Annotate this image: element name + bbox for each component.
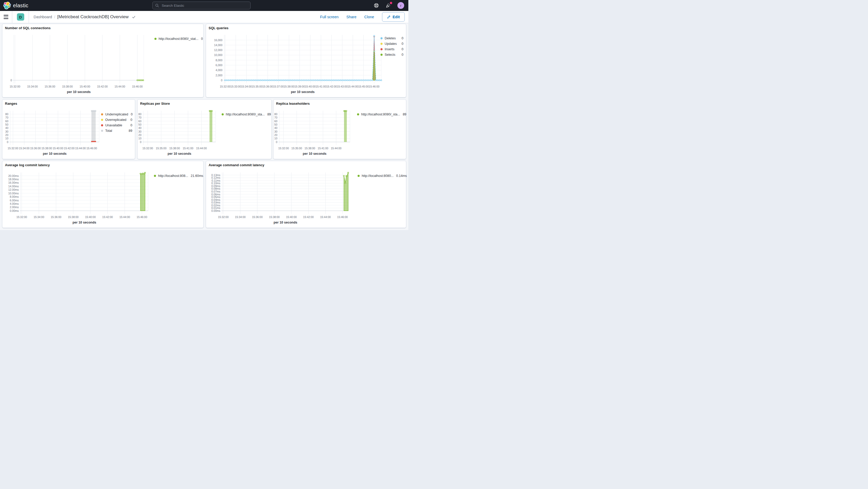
breadcrumb-dashboard-link[interactable]: Dashboard — [34, 15, 52, 19]
legend-value: 0 — [131, 113, 132, 116]
svg-text:0: 0 — [10, 79, 12, 82]
svg-text:14,000: 14,000 — [214, 43, 222, 47]
svg-text:15:38:00: 15:38:00 — [284, 85, 294, 88]
svg-text:15:35:00: 15:35:00 — [291, 147, 302, 150]
svg-text:0: 0 — [7, 141, 8, 144]
toolbar-actions: Full screen Share Clone Edit — [320, 12, 408, 22]
legend-item[interactable]: http://localhost:8080/_sta...89 — [222, 112, 269, 117]
legend-color-dot — [357, 113, 359, 115]
legend-item[interactable]: Unavailable0 — [101, 122, 132, 128]
svg-text:15:37:00: 15:37:00 — [273, 85, 284, 88]
help-icon[interactable] — [373, 3, 379, 8]
legend-color-dot — [380, 54, 382, 56]
svg-text:15:32:00: 15:32:00 — [220, 85, 230, 88]
legend-value: 89 — [267, 113, 271, 116]
svg-text:4,000: 4,000 — [216, 68, 222, 72]
search-input[interactable] — [161, 3, 248, 8]
panel-replicas-per-store: Replicas per Store 15:32:0015:35:0015:38… — [137, 99, 272, 159]
svg-text:0.00ms: 0.00ms — [212, 209, 220, 212]
chart-canvas: 15:32:0015:34:0015:36:0015:38:0015:40:00… — [2, 24, 204, 97]
legend-value: 0 — [402, 48, 403, 51]
svg-text:0.03ms: 0.03ms — [212, 201, 220, 204]
panel-replica-leaseholders: Replica leaseholders 15:32:0015:35:0015:… — [273, 99, 406, 159]
svg-text:50: 50 — [274, 123, 277, 126]
svg-text:15:38:00: 15:38:00 — [41, 147, 52, 150]
svg-text:15:32:00: 15:32:00 — [278, 147, 289, 150]
legend-item[interactable]: Underreplicated0 — [101, 112, 132, 117]
svg-text:15:36:00: 15:36:00 — [44, 85, 55, 88]
svg-text:4.00ms: 4.00ms — [10, 202, 19, 205]
dashboard-toolbar: D Dashboard / [Metricbeat CockroachDB] O… — [0, 11, 408, 23]
svg-text:8,000: 8,000 — [216, 59, 222, 62]
full-screen-button[interactable]: Full screen — [320, 15, 339, 19]
svg-text:15:44:00: 15:44:00 — [196, 147, 207, 150]
user-avatar[interactable]: r — [397, 2, 404, 9]
kibana-dashboard-app: elastic — [0, 0, 408, 230]
svg-text:0.07ms: 0.07ms — [212, 190, 220, 193]
legend-item[interactable]: Updates0 — [380, 41, 403, 47]
svg-text:per 10 seconds: per 10 seconds — [274, 221, 297, 224]
svg-text:15:35:00: 15:35:00 — [252, 85, 262, 88]
svg-text:50: 50 — [138, 123, 142, 126]
svg-text:15:32:00: 15:32:00 — [10, 85, 20, 88]
legend-item[interactable]: http://localhost:8080...0.14ms — [358, 173, 403, 179]
svg-text:15:38:00: 15:38:00 — [62, 85, 73, 88]
clone-button[interactable]: Clone — [364, 15, 374, 19]
svg-text:8.00ms: 8.00ms — [10, 195, 19, 198]
svg-text:15:36:00: 15:36:00 — [51, 215, 61, 219]
svg-text:0.04ms: 0.04ms — [212, 198, 220, 202]
svg-text:0: 0 — [276, 141, 277, 144]
svg-text:40: 40 — [138, 126, 142, 129]
legend-color-dot — [154, 175, 156, 177]
global-search[interactable] — [152, 2, 251, 9]
svg-text:70: 70 — [138, 116, 142, 119]
legend-label: Underreplicated — [105, 113, 128, 116]
menu-icon[interactable] — [0, 15, 12, 19]
panel-average-log-commit-latency: Average log commit latency 15:32:0015:34… — [2, 161, 204, 228]
svg-text:15:34:00: 15:34:00 — [235, 215, 246, 219]
svg-text:15:34:00: 15:34:00 — [34, 215, 44, 219]
legend-item[interactable]: Total89 — [101, 128, 132, 133]
legend-label: http://localhost:8080... — [362, 174, 394, 178]
svg-text:30: 30 — [138, 130, 142, 133]
legend-item[interactable]: Selects0 — [380, 52, 403, 57]
chart-legend: Underreplicated0Overreplicated0Unavailab… — [101, 112, 132, 133]
legend-value: 89 — [403, 113, 406, 116]
panel-sql-queries: SQL queries 15:32:0015:33:0015:34:0015:3… — [206, 24, 406, 97]
svg-text:0.02ms: 0.02ms — [212, 204, 220, 207]
legend-item[interactable]: http://localhost:808...21.60ms — [154, 173, 201, 179]
elastic-wordmark: elastic — [13, 3, 28, 9]
panel-number-of-sql-connections: Number of SQL connections 15:32:0015:34:… — [2, 24, 204, 97]
svg-text:15:42:00: 15:42:00 — [326, 85, 337, 88]
legend-item[interactable]: http://localhost:8080/_stat...0 — [154, 36, 201, 41]
legend-item[interactable]: Deletes0 — [380, 35, 403, 41]
legend-item[interactable]: Overreplicated0 — [101, 117, 132, 122]
svg-text:15:32:00: 15:32:00 — [17, 215, 27, 219]
legend-value: 0 — [402, 42, 403, 45]
svg-text:15:41:00: 15:41:00 — [316, 85, 326, 88]
svg-text:15:35:00: 15:35:00 — [156, 147, 166, 150]
legend-item[interactable]: http://localhost:8080/_sta...89 — [357, 112, 403, 117]
svg-text:0: 0 — [221, 79, 222, 82]
svg-text:15:38:00: 15:38:00 — [169, 147, 180, 150]
svg-text:18.00ms: 18.00ms — [8, 178, 19, 181]
legend-color-dot — [154, 38, 156, 40]
svg-text:30: 30 — [274, 130, 277, 133]
legend-value: 21.60ms — [191, 174, 203, 178]
panel-average-command-commit-latency: Average command commit latency 15:32:001… — [206, 161, 406, 228]
edit-button[interactable]: Edit — [382, 12, 405, 22]
legend-label: http://localhost:8080/_stat... — [159, 37, 198, 41]
saved-check-icon — [132, 15, 136, 19]
chart-canvas: 15:32:0015:35:0015:38:0015:41:0015:44:00… — [274, 99, 406, 159]
svg-text:80: 80 — [274, 113, 277, 116]
svg-text:per 10 seconds: per 10 seconds — [43, 152, 66, 156]
elastic-logo[interactable]: elastic — [0, 2, 28, 9]
legend-value: 89 — [129, 129, 132, 132]
news-feed-icon[interactable] — [385, 3, 391, 8]
legend-item[interactable]: Inserts0 — [380, 47, 403, 52]
share-button[interactable]: Share — [346, 15, 356, 19]
chart-legend: http://localhost:8080/_sta...89 — [357, 112, 403, 117]
svg-text:15:44:00: 15:44:00 — [320, 215, 331, 219]
svg-text:80: 80 — [5, 113, 8, 116]
svg-text:6,000: 6,000 — [216, 64, 222, 67]
